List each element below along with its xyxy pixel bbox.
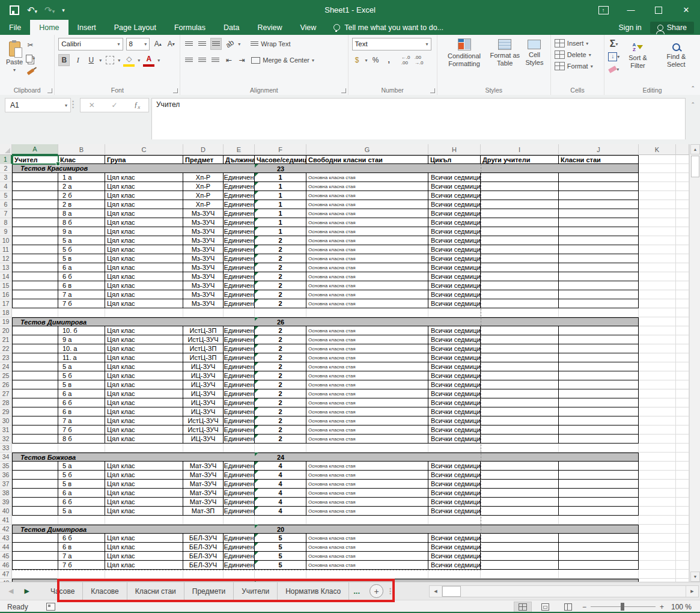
data-cell-D17[interactable]: Мз-ЗУЧ <box>183 299 224 308</box>
data-cell-B16[interactable]: 7 а <box>58 290 105 299</box>
top-align-icon[interactable] <box>184 38 194 49</box>
scroll-down-icon[interactable]: ▼ <box>690 572 700 582</box>
cell[interactable] <box>639 335 676 344</box>
data-cell-E3[interactable]: Единичен <box>224 173 255 182</box>
data-cell-C22[interactable]: Цял клас <box>105 344 183 353</box>
data-cell-C6[interactable]: Цял клас <box>105 200 183 209</box>
cell[interactable] <box>639 498 676 507</box>
data-cell-G13[interactable]: Основна класна стая <box>306 263 428 272</box>
data-cell-A43[interactable] <box>12 534 58 543</box>
empty-cell[interactable] <box>224 570 255 579</box>
data-cell-C39[interactable]: Цял клас <box>105 498 183 507</box>
data-cell-B17[interactable]: 7 б <box>58 299 105 308</box>
fill-icon[interactable]: ↓▾ <box>608 51 619 62</box>
data-cell-C14[interactable]: Цял клас <box>105 272 183 281</box>
data-cell-G37[interactable]: Основна класна стая <box>306 480 428 489</box>
data-cell-E15[interactable]: Единичен <box>224 281 255 290</box>
data-cell-B12[interactable]: 5 в <box>58 254 105 263</box>
ribbon-tab-page-layout[interactable]: Page Layout <box>105 20 165 35</box>
number-format-combo[interactable]: Text▾ <box>352 38 431 50</box>
data-cell-F13[interactable]: 2 <box>255 263 306 272</box>
alignment-dialog-launcher[interactable] <box>341 88 346 93</box>
row-header-36[interactable]: 36 <box>0 471 12 480</box>
column-header-A[interactable]: A <box>12 144 58 155</box>
teacher-group-row[interactable]: Тестов Божкова <box>12 453 639 462</box>
data-cell-C38[interactable]: Цял клас <box>105 489 183 498</box>
empty-cell[interactable] <box>676 182 689 191</box>
vertical-scrollbar[interactable]: ▲ ▼ <box>689 144 700 582</box>
data-cell-A12[interactable] <box>12 254 58 263</box>
cell[interactable] <box>639 489 676 498</box>
data-cell-B35[interactable]: 5 а <box>58 462 105 471</box>
data-cell-I16[interactable] <box>481 290 559 299</box>
ribbon-tab-view[interactable]: View <box>291 20 325 35</box>
ribbon-tab-home[interactable]: Home <box>30 20 68 35</box>
data-cell-H44[interactable]: Всички седмици <box>428 543 481 552</box>
cell[interactable] <box>639 416 676 425</box>
empty-cell[interactable] <box>676 155 689 164</box>
row-header-10[interactable]: 10 <box>0 236 12 245</box>
data-cell-F11[interactable]: 2 <box>255 245 306 254</box>
data-cell-G31[interactable]: Основна класна стая <box>306 425 428 435</box>
empty-cell[interactable] <box>58 516 105 525</box>
data-cell-B22[interactable]: 10. а <box>58 344 105 353</box>
data-cell-G29[interactable]: Основна класна стая <box>306 407 428 416</box>
data-cell-B21[interactable]: 9 а <box>58 335 105 344</box>
data-cell-H46[interactable]: Всички седмици <box>428 561 481 570</box>
empty-cell[interactable] <box>676 525 689 534</box>
insert-function-icon[interactable]: ƒx <box>134 100 140 110</box>
data-cell-I4[interactable] <box>481 182 559 191</box>
data-cell-E8[interactable]: Единичен <box>224 218 255 227</box>
enter-icon[interactable]: ✓ <box>112 101 118 109</box>
data-cell-J5[interactable] <box>559 191 639 200</box>
empty-cell[interactable] <box>676 263 689 272</box>
data-cell-D9[interactable]: Мз-ЗУЧ <box>183 227 224 236</box>
scroll-right-icon[interactable]: ▶ <box>686 586 698 597</box>
grow-font-icon[interactable]: A▴ <box>153 38 163 49</box>
data-cell-D23[interactable]: ИстЦ-ЗП <box>183 353 224 362</box>
empty-cell[interactable] <box>306 516 428 525</box>
page-layout-view-button[interactable] <box>537 602 555 612</box>
orientation-icon[interactable]: ab <box>223 37 237 51</box>
data-cell-A45[interactable] <box>12 552 58 561</box>
data-cell-H36[interactable]: Всички седмици <box>428 471 481 480</box>
clipboard-dialog-launcher[interactable] <box>47 88 52 93</box>
data-cell-E37[interactable]: Единичен <box>224 480 255 489</box>
data-cell-A11[interactable] <box>12 245 58 254</box>
data-cell-J16[interactable] <box>559 290 639 299</box>
cell[interactable] <box>639 561 676 570</box>
empty-cell[interactable] <box>12 516 58 525</box>
column-header-G[interactable]: G <box>306 144 428 155</box>
empty-cell[interactable] <box>255 444 306 453</box>
sheet-tab-overflow[interactable]: ... <box>349 582 364 600</box>
data-cell-G46[interactable]: Основна класна стая <box>306 561 428 570</box>
merge-center-button[interactable]: Merge & Center▾ <box>251 55 314 66</box>
format-cells-button[interactable]: Format▾ <box>555 62 600 70</box>
data-cell-A5[interactable] <box>12 191 58 200</box>
row-header-14[interactable]: 14 <box>0 272 12 281</box>
data-cell-H31[interactable]: Всички седмици <box>428 425 481 435</box>
empty-cell[interactable] <box>428 444 481 453</box>
data-cell-H27[interactable]: Всички седмици <box>428 389 481 398</box>
data-cell-F5[interactable]: 1 <box>255 191 306 200</box>
data-cell-D38[interactable]: Мат-ЗУЧ <box>183 489 224 498</box>
data-cell-I39[interactable] <box>481 498 559 507</box>
data-cell-C13[interactable]: Цял клас <box>105 263 183 272</box>
data-cell-G17[interactable]: Основна класна стая <box>306 299 428 308</box>
data-cell-H8[interactable]: Всички седмици <box>428 218 481 227</box>
data-cell-A13[interactable] <box>12 263 58 272</box>
data-cell-E5[interactable]: Единичен <box>224 191 255 200</box>
font-size-combo[interactable]: 8▾ <box>126 38 150 50</box>
data-cell-G40[interactable]: Основна класна стая <box>306 507 428 516</box>
middle-align-icon[interactable] <box>197 38 207 49</box>
empty-cell[interactable] <box>676 534 689 543</box>
column-header-F[interactable]: F <box>255 144 306 155</box>
cell[interactable] <box>639 435 676 444</box>
empty-cell[interactable] <box>676 398 689 407</box>
data-cell-D36[interactable]: Мат-ЗУЧ <box>183 471 224 480</box>
empty-cell[interactable] <box>224 516 255 525</box>
data-cell-F30[interactable]: 2 <box>255 416 306 425</box>
data-cell-B4[interactable]: 2 а <box>58 182 105 191</box>
sheet-tab-часове[interactable]: Часове <box>43 582 83 600</box>
empty-cell[interactable] <box>676 317 689 326</box>
